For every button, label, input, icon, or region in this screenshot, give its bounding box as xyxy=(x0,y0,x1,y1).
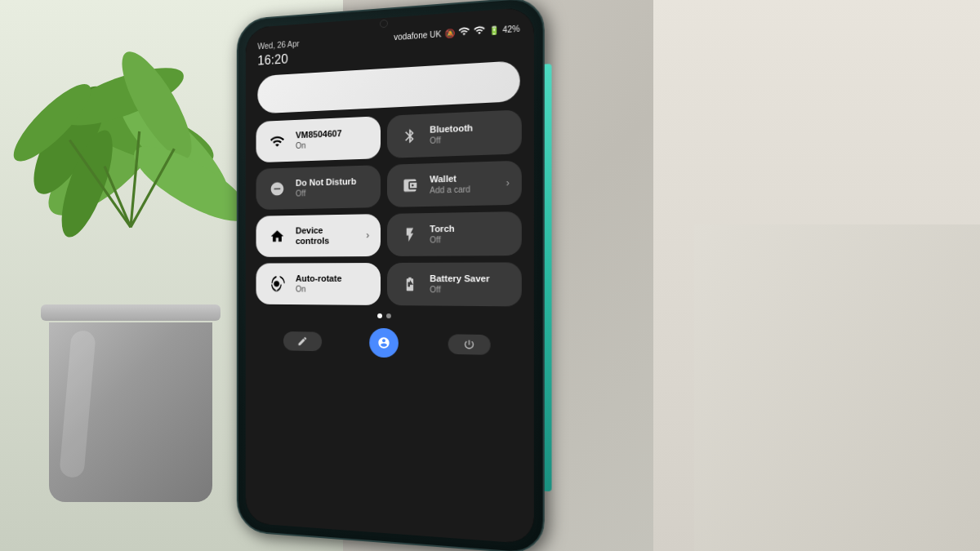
qs-tile-text-dnd: Do Not Disturb Off xyxy=(296,176,369,198)
bluetooth-icon xyxy=(399,124,421,148)
qs-tile-arrow-wallet: › xyxy=(506,177,510,189)
torch-icon xyxy=(399,223,421,247)
qs-tile-label-auto-rotate: Auto-rotate xyxy=(296,273,369,284)
qs-tile-arrow-device-controls: › xyxy=(366,229,369,241)
qs-tile-sublabel-bluetooth: Off xyxy=(430,133,510,146)
qs-tile-sublabel-battery-saver: Off xyxy=(430,285,510,295)
qs-tile-bluetooth[interactable]: Bluetooth Off xyxy=(387,109,522,158)
qs-tile-text-auto-rotate: Auto-rotate On xyxy=(296,273,369,294)
qs-tile-sublabel-dnd: Off xyxy=(296,187,369,198)
quick-settings-grid: VM8504607 On Bluetooth Off Do Not Distur… xyxy=(246,109,534,307)
qs-tile-dnd[interactable]: Do Not Disturb Off xyxy=(256,165,381,210)
qs-tile-wallet[interactable]: Wallet Add a card › xyxy=(387,161,522,207)
phone-device: Wed, 26 Apr vodafone UK 🔕 xyxy=(237,0,545,551)
nav-home-button[interactable] xyxy=(369,328,399,358)
wifi-icon xyxy=(266,130,287,153)
qs-tile-sublabel-wifi: On xyxy=(296,138,369,150)
wallet-icon xyxy=(399,174,421,198)
plant-pot xyxy=(49,304,212,502)
device-icon xyxy=(266,225,287,247)
status-time: 16:20 xyxy=(257,52,287,68)
bottom-nav xyxy=(246,322,534,368)
screen-content: Wed, 26 Apr vodafone UK 🔕 xyxy=(246,7,534,544)
pot-rim xyxy=(41,304,220,321)
qs-tile-text-bluetooth: Bluetooth Off xyxy=(430,122,510,146)
qs-tile-sublabel-auto-rotate: On xyxy=(296,284,369,294)
right-wall xyxy=(694,224,980,551)
qs-tile-text-wallet: Wallet Add a card xyxy=(430,172,497,195)
wifi-status-icon xyxy=(458,25,470,39)
signal-icon xyxy=(474,24,486,38)
pot-body xyxy=(49,322,212,502)
nav-power-button[interactable] xyxy=(448,334,491,355)
qs-tile-label-battery-saver: Battery Saver xyxy=(430,273,510,285)
qs-tile-battery-saver[interactable]: Battery Saver Off xyxy=(387,262,522,306)
qs-tile-sublabel-torch: Off xyxy=(430,234,510,245)
qs-tile-text-torch: Torch Off xyxy=(430,223,510,245)
dot-1 xyxy=(377,313,382,318)
battery-percent: 42% xyxy=(502,24,519,34)
status-date: Wed, 26 Apr xyxy=(257,39,299,51)
qs-tile-torch[interactable]: Torch Off xyxy=(387,211,522,256)
qs-tile-label-torch: Torch xyxy=(430,223,510,235)
qs-tile-text-battery-saver: Battery Saver Off xyxy=(430,273,510,295)
qs-tile-device-controls[interactable]: Device controls › xyxy=(256,214,381,257)
qs-tile-text-device-controls: Device controls xyxy=(296,224,359,247)
qs-tile-label-device-controls: Device controls xyxy=(296,224,359,247)
right-background xyxy=(653,0,980,551)
qs-tile-auto-rotate[interactable]: Auto-rotate On xyxy=(256,263,381,305)
phone-side-accent xyxy=(545,64,552,491)
camera-dot xyxy=(380,20,388,29)
scene: Wed, 26 Apr vodafone UK 🔕 xyxy=(0,0,980,551)
battery-icon xyxy=(399,273,421,295)
rotate-icon xyxy=(266,273,287,295)
qs-tile-sublabel-wallet: Add a card xyxy=(430,184,497,195)
qs-tile-text-wifi: VM8504607 On xyxy=(296,127,369,150)
dnd-icon xyxy=(266,177,287,200)
qs-tile-wifi[interactable]: VM8504607 On xyxy=(256,116,381,162)
phone-outer: Wed, 26 Apr vodafone UK 🔕 xyxy=(237,0,545,551)
mute-icon: 🔕 xyxy=(445,28,455,38)
battery-icon: 🔋 xyxy=(489,25,500,35)
dot-2 xyxy=(385,313,390,318)
carrier-name: vodafone UK xyxy=(394,29,441,42)
nav-edit-button[interactable] xyxy=(283,331,322,351)
phone-screen: Wed, 26 Apr vodafone UK 🔕 xyxy=(246,7,534,544)
